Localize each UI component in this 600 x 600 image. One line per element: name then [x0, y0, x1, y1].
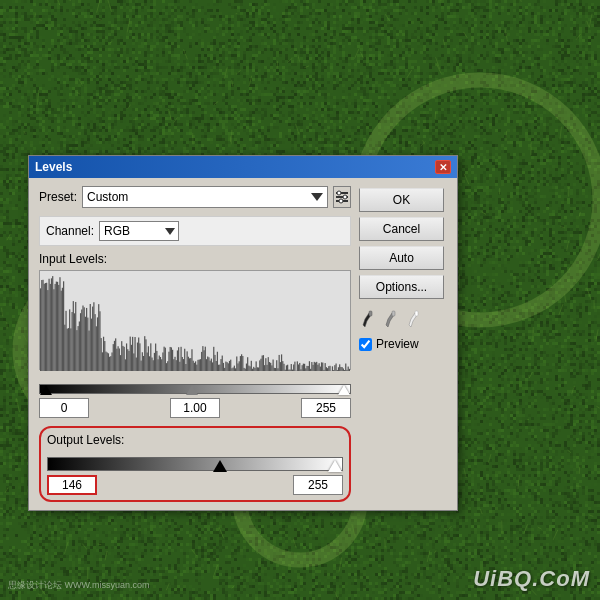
- ok-button[interactable]: OK: [359, 188, 444, 212]
- channel-label: Channel:: [46, 224, 94, 238]
- dialog-content: Preset: Custom: [29, 178, 457, 510]
- preset-row: Preset: Custom: [39, 186, 351, 208]
- output-black-value[interactable]: [47, 475, 97, 495]
- preset-icon-button[interactable]: [333, 186, 351, 208]
- output-slider-row: [47, 451, 343, 471]
- svg-point-3: [337, 191, 341, 195]
- dialog-right-panel: OK Cancel Auto Options...: [359, 186, 447, 502]
- output-levels-label: Output Levels:: [47, 433, 343, 447]
- channel-section: Channel: RGB: [39, 216, 351, 246]
- input-white-value[interactable]: [301, 398, 351, 418]
- preview-row: Preview: [359, 337, 447, 351]
- close-button[interactable]: ✕: [435, 160, 451, 174]
- channel-select[interactable]: RGB: [99, 221, 179, 241]
- channel-row: Channel: RGB: [46, 221, 344, 241]
- preset-label: Preset:: [39, 190, 77, 204]
- input-slider-row: [39, 374, 351, 394]
- output-values-row: [47, 475, 343, 495]
- black-output-handle[interactable]: [213, 460, 227, 472]
- dialog-title: Levels: [35, 160, 72, 174]
- preview-label: Preview: [376, 337, 419, 351]
- white-output-handle[interactable]: [328, 460, 342, 472]
- white-input-handle[interactable]: [338, 385, 350, 395]
- cancel-button[interactable]: Cancel: [359, 217, 444, 241]
- output-section: Output Levels:: [39, 426, 351, 502]
- svg-rect-7: [369, 311, 372, 316]
- levels-dialog: Levels ✕ Preset: Custom: [28, 155, 458, 511]
- svg-rect-9: [392, 311, 395, 316]
- input-gray-value[interactable]: [170, 398, 220, 418]
- dialog-left-panel: Preset: Custom: [39, 186, 351, 502]
- preset-select[interactable]: Custom: [82, 186, 328, 208]
- gray-input-handle[interactable]: [186, 385, 198, 395]
- svg-rect-11: [415, 311, 418, 316]
- white-eyedropper[interactable]: [405, 308, 425, 328]
- input-black-value[interactable]: [39, 398, 89, 418]
- preview-checkbox[interactable]: [359, 338, 372, 351]
- output-slider-track: [47, 457, 343, 471]
- eyedropper-row: [359, 308, 447, 328]
- histogram-area: [39, 270, 351, 370]
- gray-eyedropper[interactable]: [382, 308, 402, 328]
- input-slider-track: [39, 384, 351, 394]
- output-white-value[interactable]: [293, 475, 343, 495]
- auto-button[interactable]: Auto: [359, 246, 444, 270]
- black-eyedropper[interactable]: [359, 308, 379, 328]
- black-input-handle[interactable]: [40, 385, 52, 395]
- options-button[interactable]: Options...: [359, 275, 444, 299]
- svg-point-5: [339, 199, 343, 203]
- watermark-text: UiBQ.CoM: [473, 566, 590, 592]
- watermark-small: 思缘设计论坛 WWW.missyuan.com: [8, 579, 150, 592]
- title-bar: Levels ✕: [29, 156, 457, 178]
- svg-point-4: [343, 195, 347, 199]
- input-values-row: [39, 398, 351, 418]
- input-levels-label: Input Levels:: [39, 252, 351, 266]
